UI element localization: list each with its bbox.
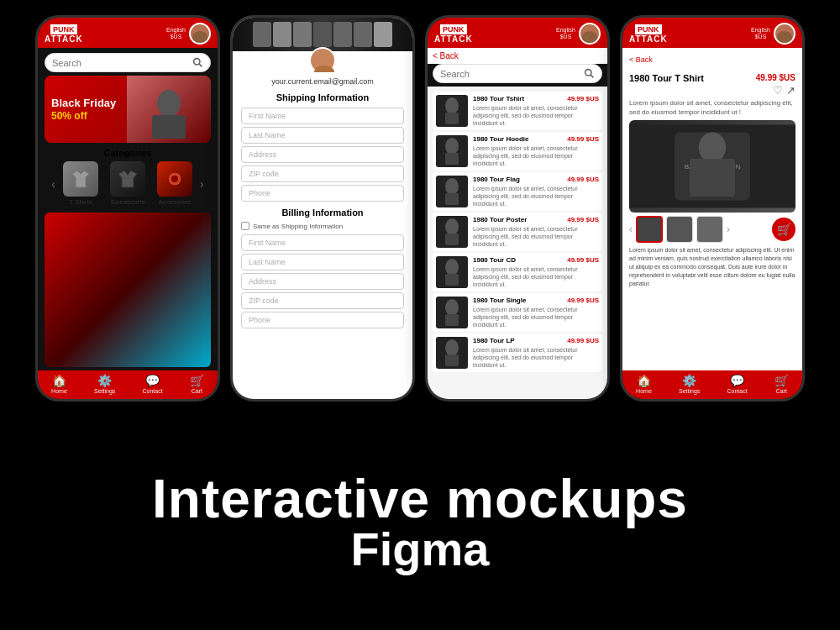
nav-home-4[interactable]: 🏠 Home xyxy=(636,374,652,394)
nav-home-1[interactable]: 🏠 Home xyxy=(51,374,67,394)
nav-cart-4[interactable]: 🛒 Cart xyxy=(774,374,789,394)
thumb-img-1[interactable] xyxy=(666,216,693,243)
face-chip-1 xyxy=(253,22,271,47)
svg-point-14 xyxy=(445,138,459,155)
product-item-6[interactable]: 1980 Tour LP 49.99 $US Lorem ipsum dolor… xyxy=(433,333,602,372)
shipping-address[interactable]: Address xyxy=(241,146,404,163)
wishlist-icon[interactable]: ♡ xyxy=(773,84,783,97)
product-info-4: 1980 Tour CD 49.99 $US Lorem ipsum dolor… xyxy=(473,256,599,288)
billing-address[interactable]: Address xyxy=(241,273,404,290)
black-friday-text: Black Friday xyxy=(51,97,116,110)
nav-cart-label-4: Cart xyxy=(776,388,787,394)
product-info-6: 1980 Tour LP 49.99 $US Lorem ipsum dolor… xyxy=(473,337,599,369)
product-item-0[interactable]: 1980 Tour Tshirt 49.99 $US Lorem ipsum d… xyxy=(433,92,602,130)
product-main-image: BANDLOYALTION xyxy=(629,120,795,213)
product-desc-1: Lorem ipsum dolor sit amet, consectetur … xyxy=(473,144,599,167)
contact-icon-1: 💬 xyxy=(145,374,160,387)
shipping-zip[interactable]: ZIP code xyxy=(241,165,404,182)
nav-contact-4[interactable]: 💬 Contact xyxy=(727,374,748,394)
cart-icon-1: 🛒 xyxy=(190,374,204,387)
face-chip-4 xyxy=(313,22,332,47)
cat-item-sweatshirts[interactable]: Sweatshirts xyxy=(104,161,151,206)
thumb-img-2[interactable] xyxy=(696,216,723,243)
svg-point-10 xyxy=(585,70,591,76)
share-icon[interactable]: ↗ xyxy=(786,84,795,97)
cat-label-tshirts: T Shirts xyxy=(69,198,92,206)
thumb-strip: ‹ › 🛒 xyxy=(629,216,795,243)
search-input-3[interactable] xyxy=(440,69,584,79)
same-as-shipping-checkbox[interactable] xyxy=(241,222,249,230)
nav-cart-1[interactable]: 🛒 Cart xyxy=(190,374,204,394)
billing-lastname[interactable]: Last Name xyxy=(241,254,404,270)
cat-item-tshirts[interactable]: T Shirts xyxy=(57,161,104,206)
svg-point-7 xyxy=(171,176,178,182)
banner-strip xyxy=(233,18,412,51)
shipping-phone[interactable]: Phone xyxy=(241,185,404,202)
avatar-body-4 xyxy=(777,31,792,43)
cart-btn-icon: 🛒 xyxy=(777,223,791,236)
product-item-3[interactable]: 1980 Tour Poster 49.99 $US Lorem ipsum d… xyxy=(433,213,602,251)
svg-point-2 xyxy=(157,90,181,117)
contact-icon-4: 💬 xyxy=(730,374,744,387)
face-chip-3 xyxy=(293,22,312,47)
nav-contact-1[interactable]: 💬 Contact xyxy=(143,374,163,394)
product-thumb-3 xyxy=(436,216,468,248)
cat-label-acc: Accesories xyxy=(158,198,191,206)
product-price-0: 49.99 $US xyxy=(567,95,599,103)
product-name-6: 1980 Tour LP xyxy=(473,337,515,345)
thumb-nav-left[interactable]: ‹ xyxy=(629,223,633,235)
categories-row-1: ‹ T Shirts Sweatshirts xyxy=(41,161,214,206)
nav-settings-1[interactable]: ⚙️ Settings xyxy=(94,374,115,394)
avatar-body-3 xyxy=(582,31,597,43)
product-name-0: 1980 Tour Tshirt xyxy=(473,95,524,103)
hero-text-1: Black Friday 50% off xyxy=(45,88,123,130)
thumb-nav-right[interactable]: › xyxy=(727,223,730,235)
same-as-shipping-row: Same as Shipping Information xyxy=(233,220,412,232)
billing-phone[interactable]: Phone xyxy=(241,312,404,328)
cat-arrow-right[interactable]: › xyxy=(198,177,206,191)
profile-avatar xyxy=(309,47,336,72)
face-chip-7 xyxy=(374,22,392,47)
back-btn-4[interactable]: < Back xyxy=(629,55,653,64)
cat-thumb-tshirts xyxy=(63,161,98,197)
phone4-header: PUNK ATTACK English$US xyxy=(622,18,802,48)
hero-banner-1: Black Friday 50% off xyxy=(45,76,211,143)
billing-firstname[interactable]: First Name xyxy=(241,234,404,251)
cat-item-accessories[interactable]: Accesories xyxy=(151,161,198,206)
thumb-img-0[interactable] xyxy=(636,216,663,243)
header-right-3: English$US xyxy=(556,23,601,45)
search-input-1[interactable] xyxy=(52,58,192,68)
product-desc-2: Lorem ipsum dolor sit amet, consectetur … xyxy=(473,185,599,207)
back-btn-3[interactable]: < Back xyxy=(433,51,459,60)
nav-home-label-1: Home xyxy=(51,388,67,394)
svg-rect-30 xyxy=(690,159,735,197)
product-item-1[interactable]: 1980 Tour Hoodie 49.99 $US Lorem ipsum d… xyxy=(433,132,602,171)
shipping-firstname[interactable]: First Name xyxy=(241,108,404,124)
add-to-cart-button[interactable]: 🛒 xyxy=(772,218,795,241)
billing-zip[interactable]: ZIP code xyxy=(241,292,404,309)
product-item-2[interactable]: 1980 Tour Flag 49.99 $US Lorem ipsum dol… xyxy=(433,172,602,211)
product-item-5[interactable]: 1980 Tour Single 49.99 $US Lorem ipsum d… xyxy=(433,293,602,332)
settings-icon-4: ⚙️ xyxy=(682,374,696,387)
product-desc-3: Lorem ipsum dolor sit amet, consectetur … xyxy=(473,225,599,248)
search-bar-3[interactable] xyxy=(433,64,602,83)
cat-label-sweat: Sweatshirts xyxy=(110,198,144,206)
product-item-4[interactable]: 1980 Tour CD 49.99 $US Lorem ipsum dolor… xyxy=(433,253,602,291)
phone2-header xyxy=(233,18,412,72)
headline-line1: Interactive mockups xyxy=(152,472,688,526)
logo-attack-1: ATTACK xyxy=(45,34,83,44)
svg-point-24 xyxy=(445,339,459,356)
hero-image-1 xyxy=(127,76,211,143)
shipping-lastname[interactable]: Last Name xyxy=(241,127,404,144)
svg-rect-25 xyxy=(445,354,459,366)
product-long-desc: Lorem ipsum dolor sit amet, consectetur … xyxy=(629,246,795,287)
logo-punk-3: PUNK xyxy=(440,24,467,34)
phone1-header: PUNK ATTACK English$US xyxy=(38,18,218,48)
product-detail-title-row: 1980 Tour T Shirt 49.99 $US ♡ ↗ xyxy=(629,73,795,97)
phones-row: PUNK ATTACK English$US Black Friday 50% … xyxy=(0,0,840,410)
phone1-frame: PUNK ATTACK English$US Black Friday 50% … xyxy=(35,15,220,402)
search-bar-1[interactable] xyxy=(45,53,211,72)
product-price-1: 49.99 $US xyxy=(567,135,599,144)
nav-settings-4[interactable]: ⚙️ Settings xyxy=(679,374,700,394)
cat-arrow-left[interactable]: ‹ xyxy=(50,177,57,191)
